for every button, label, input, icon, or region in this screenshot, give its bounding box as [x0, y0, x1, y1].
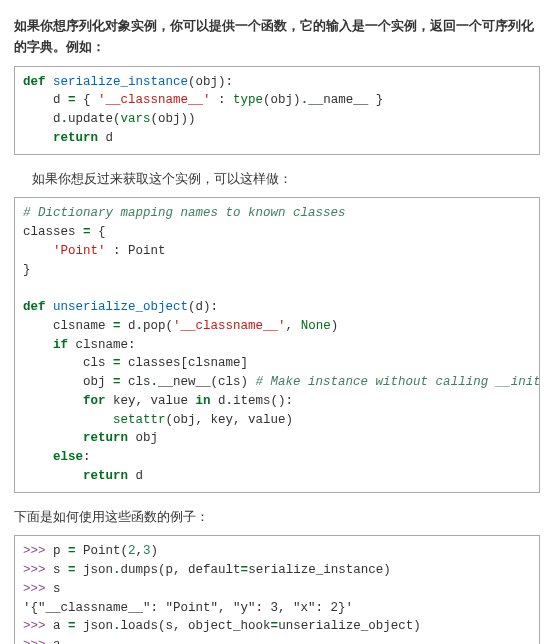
code-block-1: def serialize_instance(obj): d = { '__cl…	[14, 66, 540, 155]
intro-text-1: 如果你想序列化对象实例，你可以提供一个函数，它的输入是一个实例，返回一个可序列化…	[14, 16, 540, 58]
intro-text-2: 如果你想反过来获取这个实例，可以这样做：	[32, 169, 540, 190]
intro-text-3: 下面是如何使用这些函数的例子：	[14, 507, 540, 528]
code-block-3: >>> p = Point(2,3) >>> s = json.dumps(p,…	[14, 535, 540, 644]
code-block-2: # Dictionary mapping names to known clas…	[14, 197, 540, 492]
